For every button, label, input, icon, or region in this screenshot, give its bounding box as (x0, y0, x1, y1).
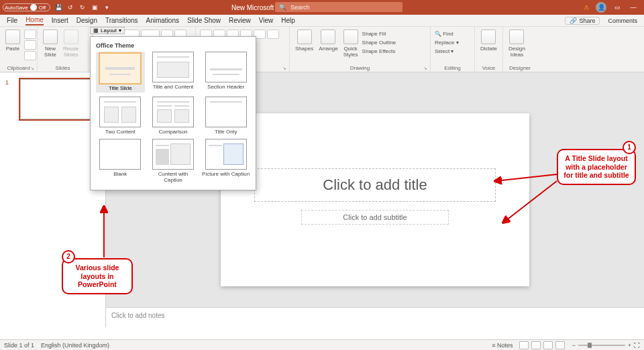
layout-title-only[interactable]: Title Only (201, 97, 250, 135)
layout-dropdown-button[interactable]: ▦ Layout ▾ (90, 27, 125, 34)
search-box[interactable]: 🔍 (275, 2, 402, 12)
layout-label: Title and Content (153, 84, 194, 90)
layout-gallery-header: Office Theme (96, 41, 250, 52)
group-editing-label: Editing (435, 64, 470, 71)
paragraph-launcher[interactable]: ↘ (282, 66, 286, 71)
layout-blank[interactable]: Blank (96, 139, 145, 183)
group-clipboard-label: Clipboard (7, 65, 30, 71)
present-icon[interactable]: ▣ (91, 3, 99, 11)
format-painter-button[interactable] (24, 51, 36, 60)
slide-thumbnail-number: 1 (5, 79, 9, 86)
toggle-knob-icon (30, 4, 37, 11)
layout-label: Two Content (105, 129, 136, 135)
notes-toggle[interactable]: ≡ Notes (492, 342, 513, 349)
align-center-button[interactable] (267, 30, 279, 39)
mic-icon (481, 30, 496, 44)
tab-transitions[interactable]: Transitions (105, 17, 138, 24)
clipboard-launcher[interactable]: ↘ (30, 66, 34, 71)
layout-two-content[interactable]: Two Content (96, 97, 145, 135)
comments-button[interactable]: Comments (608, 17, 637, 24)
save-icon[interactable]: 💾 (54, 3, 62, 11)
tab-home[interactable]: Home (25, 16, 44, 25)
ribbon-tabs: File Home Insert Design Transitions Anim… (0, 15, 644, 27)
group-drawing-label: Drawing (350, 65, 370, 71)
group-slides-label: Slides (42, 64, 84, 71)
tab-insert[interactable]: Insert (52, 17, 68, 24)
layout-section-header[interactable]: Section Header (201, 52, 250, 93)
annotation-arrow-2 (94, 202, 114, 261)
zoom-out-button[interactable]: − (572, 342, 575, 349)
slide-canvas[interactable]: Click to add title Click to add subtitle (221, 113, 529, 286)
layout-picture-with-caption[interactable]: Picture with Caption (201, 139, 250, 183)
shape-outline-button[interactable]: Shape Outline (362, 40, 396, 46)
layout-title-slide[interactable]: Title Slide (96, 52, 145, 93)
share-button[interactable]: 🔗 Share (565, 17, 600, 25)
reuse-slides-button[interactable]: Reuse Slides (62, 30, 80, 58)
arrange-button[interactable]: Arrange (317, 30, 339, 52)
minimize-button[interactable]: — (628, 2, 639, 13)
replace-button[interactable]: Replace ▾ (435, 40, 459, 46)
paste-button[interactable]: Paste (4, 30, 21, 52)
zoom-in-button[interactable]: + (628, 342, 631, 349)
select-button[interactable]: Select ▾ (435, 48, 459, 54)
design-ideas-icon (509, 30, 524, 44)
tab-slideshow[interactable]: Slide Show (187, 17, 221, 24)
ribbon-options-icon[interactable]: ▭ (612, 2, 623, 13)
tab-file[interactable]: File (7, 17, 17, 24)
annotation-1: 1 A Title Slide layout with a placeholde… (557, 149, 636, 185)
quick-styles-button[interactable]: Quick Styles (342, 30, 360, 58)
shapes-button[interactable]: Shapes (294, 30, 315, 52)
layout-label: Title Slide (109, 85, 132, 91)
reading-view-button[interactable] (543, 341, 553, 349)
slide-thumbnail-1[interactable] (20, 79, 91, 119)
subtitle-placeholder[interactable]: Click to add subtitle (301, 210, 449, 225)
zoom-slider[interactable] (578, 345, 625, 346)
annotation-badge: 2 (62, 250, 75, 264)
search-icon: 🔍 (279, 4, 286, 11)
layout-content-with-caption[interactable]: Content with Caption (149, 139, 198, 183)
group-drawing: Shapes Arrange Quick Styles Shape Fill S… (290, 27, 431, 72)
sorter-view-button[interactable] (531, 341, 541, 349)
tab-design[interactable]: Design (76, 17, 97, 24)
language-indicator[interactable]: English (United Kingdom) (41, 342, 109, 349)
tab-help[interactable]: Help (281, 17, 295, 24)
normal-view-button[interactable] (519, 341, 529, 349)
layout-label: Title Only (215, 129, 237, 135)
warning-icon[interactable]: ⚠ (582, 3, 590, 11)
undo-icon[interactable]: ↺ (66, 3, 74, 11)
search-input[interactable] (290, 4, 398, 11)
group-editing: 🔍 Find Replace ▾ Select ▾ Editing (431, 27, 475, 72)
autosave-toggle[interactable]: AutoSave Off (3, 3, 50, 11)
zoom-control[interactable]: − + ⛶ (572, 342, 640, 349)
annotation-2: 2 Various slide layouts in PowerPoint (62, 258, 133, 294)
layout-comparison[interactable]: Comparison (149, 97, 198, 135)
layout-title-and-content[interactable]: Title and Content (149, 52, 198, 93)
design-ideas-button[interactable]: Design Ideas (507, 30, 527, 58)
status-bar: Slide 1 of 1 English (United Kingdom) ≡ … (0, 339, 644, 350)
group-voice: Dictate Voice (475, 27, 503, 72)
tab-animations[interactable]: Animations (146, 17, 179, 24)
account-avatar[interactable]: 👤 (596, 2, 606, 13)
drawing-launcher[interactable]: ↘ (423, 66, 427, 71)
new-slide-button[interactable]: New Slide (42, 30, 59, 58)
title-placeholder[interactable]: Click to add title (254, 168, 496, 202)
fit-to-window-button[interactable]: ⛶ (634, 342, 640, 349)
view-buttons (519, 341, 565, 349)
tab-review[interactable]: Review (229, 17, 251, 24)
clipboard-icon (5, 30, 20, 44)
cut-button[interactable] (24, 30, 36, 39)
chevron-down-icon: ▾ (119, 27, 121, 34)
shape-effects-button[interactable]: Shape Effects (362, 48, 396, 54)
svg-line-0 (495, 174, 557, 181)
group-clipboard: Paste Clipboard↘ (0, 27, 38, 72)
slideshow-view-button[interactable] (555, 341, 565, 349)
qat-dropdown-icon[interactable]: ▾ (103, 3, 111, 11)
reuse-slides-icon (64, 30, 78, 44)
redo-icon[interactable]: ↻ (78, 3, 87, 11)
find-button[interactable]: 🔍 Find (435, 31, 459, 37)
notes-pane[interactable]: Click to add notes (106, 307, 644, 327)
copy-button[interactable] (24, 40, 36, 50)
dictate-button[interactable]: Dictate (479, 30, 498, 52)
shape-fill-button[interactable]: Shape Fill (362, 31, 396, 37)
tab-view[interactable]: View (259, 17, 274, 24)
